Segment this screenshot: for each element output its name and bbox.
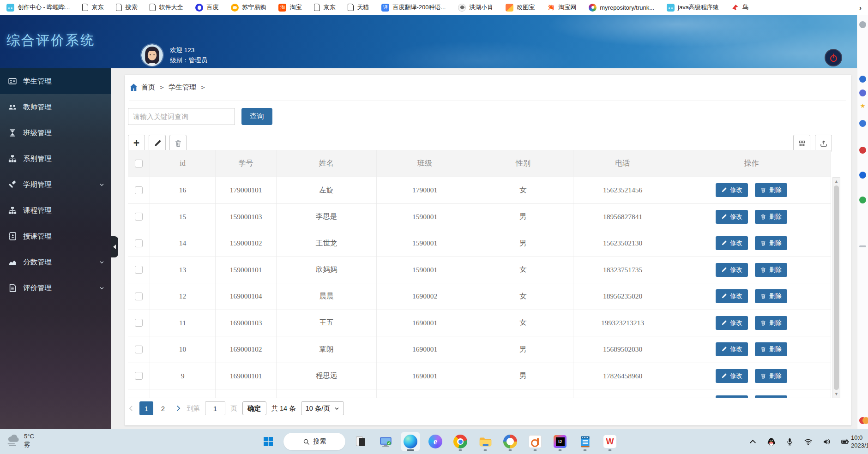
bookmark-item[interactable]: 鸟 xyxy=(731,3,748,12)
logout-power-button[interactable] xyxy=(825,49,842,66)
edit-row-button[interactable]: 修改 xyxy=(716,395,748,398)
bookmark-item[interactable]: 京东 xyxy=(314,3,335,12)
delete-row-button[interactable]: 删除 xyxy=(755,236,787,250)
page-button-1[interactable]: 1 xyxy=(139,401,153,415)
taskbar-chrome-icon[interactable] xyxy=(451,432,470,451)
taskbar-clock[interactable]: 10:0 2023/1/ xyxy=(851,434,868,449)
row-checkbox[interactable] xyxy=(135,319,143,327)
search-button[interactable]: 查询 xyxy=(241,108,272,125)
goto-page-input[interactable] xyxy=(205,401,225,415)
panel-green-icon[interactable] xyxy=(859,197,866,203)
per-page-select[interactable]: 10 条/页 xyxy=(301,401,344,415)
bookmark-item[interactable]: myrepository/trunk... xyxy=(589,4,654,12)
row-checkbox[interactable] xyxy=(135,293,143,300)
delete-row-button[interactable]: 删除 xyxy=(755,395,787,398)
scroll-up-button[interactable]: ▲ xyxy=(833,178,840,185)
breadcrumb-home[interactable]: 首页 xyxy=(141,83,155,92)
delete-row-button[interactable]: 删除 xyxy=(755,183,787,197)
page-button-2[interactable]: 2 xyxy=(156,401,170,415)
bookmark-item[interactable]: 天猫 xyxy=(348,3,369,12)
panel-red-icon[interactable] xyxy=(859,147,866,154)
sidebar-item-学生管理[interactable]: 学生管理 xyxy=(0,68,111,94)
row-checkbox[interactable] xyxy=(135,372,143,380)
edit-row-button[interactable]: 修改 xyxy=(716,316,748,330)
taskbar-app-orange-icon[interactable] xyxy=(525,432,545,451)
volume-icon[interactable] xyxy=(823,438,831,446)
panel-indigo-icon[interactable] xyxy=(859,90,866,96)
bookmark-item[interactable]: 京东 xyxy=(82,3,103,12)
delete-row-button[interactable]: 删除 xyxy=(755,369,787,383)
bookmark-item[interactable]: java高级程序猿 xyxy=(667,3,719,12)
sidebar-item-课程管理[interactable]: 课程管理 xyxy=(0,197,111,223)
taskbar-navicat-icon[interactable] xyxy=(500,432,520,451)
bookmark-item[interactable]: 苏宁易购 xyxy=(231,3,266,12)
row-checkbox[interactable] xyxy=(135,346,143,353)
edit-button[interactable] xyxy=(149,135,166,152)
sidebar-item-系别管理[interactable]: 系别管理 xyxy=(0,146,111,172)
taskbar-start-icon[interactable] xyxy=(259,432,278,451)
taskbar-notepad-icon[interactable] xyxy=(575,432,595,451)
bookmark-item[interactable]: 改图宝 xyxy=(506,3,535,12)
bookmark-item[interactable]: 百度翻译-200种语... xyxy=(381,3,446,12)
taskbar-search[interactable]: 搜索 xyxy=(283,432,345,451)
qq-icon[interactable] xyxy=(767,438,775,446)
export-button[interactable] xyxy=(815,135,832,152)
edit-row-button[interactable]: 修改 xyxy=(716,289,748,303)
bookmarks-overflow-chevron-icon[interactable]: › xyxy=(859,4,862,12)
scroll-down-button[interactable]: ▼ xyxy=(833,390,840,398)
taskbar-weather[interactable]: 5°C 雾 xyxy=(6,432,34,449)
row-checkbox[interactable] xyxy=(135,186,143,194)
mic-icon[interactable] xyxy=(786,438,794,446)
bookmark-item[interactable]: 洪湖小肖 xyxy=(458,3,493,12)
prev-page-icon[interactable] xyxy=(128,405,134,412)
edit-row-button[interactable]: 修改 xyxy=(716,342,748,356)
taskbar-browser-e-icon[interactable]: e xyxy=(426,432,445,451)
row-checkbox[interactable] xyxy=(135,213,143,221)
sidebar-item-分数管理[interactable]: 分数管理 xyxy=(0,249,111,275)
bookmark-item[interactable]: 软件大全 xyxy=(150,3,183,12)
panel-blue-2-icon[interactable] xyxy=(859,172,866,179)
row-checkbox[interactable] xyxy=(135,266,143,274)
panel-blue-1-icon[interactable] xyxy=(859,76,866,83)
confirm-button[interactable]: 确定 xyxy=(242,401,266,415)
sidebar-collapse-handle[interactable] xyxy=(111,236,118,257)
sidebar-item-教师管理[interactable]: 教师管理 xyxy=(0,94,111,120)
edit-row-button[interactable]: 修改 xyxy=(716,263,748,277)
taskbar-app-dark-icon[interactable] xyxy=(351,432,370,451)
row-checkbox[interactable] xyxy=(135,239,143,247)
taskbar-intellij-icon[interactable]: IJ xyxy=(550,432,570,451)
delete-row-button[interactable]: 删除 xyxy=(755,342,787,356)
taskbar-file-explorer-icon[interactable] xyxy=(476,432,495,451)
scrollbar-thumb[interactable] xyxy=(834,185,839,390)
wifi-icon[interactable] xyxy=(804,438,812,446)
column-layout-button[interactable] xyxy=(793,135,810,152)
add-button[interactable]: + xyxy=(128,135,145,152)
sidebar-item-班级管理[interactable]: 班级管理 xyxy=(0,120,111,146)
taskbar-edge-icon[interactable] xyxy=(401,432,420,451)
bookmark-item[interactable]: 淘宝网 xyxy=(547,3,576,12)
panel-star-icon[interactable]: ★ xyxy=(859,102,866,109)
panel-user-icon[interactable] xyxy=(859,120,866,127)
chevron-up-icon[interactable] xyxy=(749,438,757,446)
select-all-checkbox[interactable] xyxy=(135,160,143,167)
bookmark-item[interactable]: 淘宝 xyxy=(278,3,301,12)
edit-row-button[interactable]: 修改 xyxy=(716,210,748,224)
table-scrollbar[interactable]: ▲ ▼ xyxy=(832,177,840,398)
sidebar-item-授课管理[interactable]: 授课管理 xyxy=(0,223,111,249)
search-input[interactable] xyxy=(128,108,235,125)
panel-orange-bottom-icon[interactable] xyxy=(862,417,868,424)
bookmark-item[interactable]: 百度 xyxy=(195,3,218,12)
delete-row-button[interactable]: 删除 xyxy=(755,263,787,277)
taskbar-wps-icon[interactable]: W xyxy=(600,432,620,451)
delete-row-button[interactable]: 删除 xyxy=(755,289,787,303)
sidebar-item-评价管理[interactable]: 评价管理 xyxy=(0,275,111,301)
edit-row-button[interactable]: 修改 xyxy=(716,236,748,250)
bookmark-item[interactable]: 搜索 xyxy=(116,3,137,12)
next-page-icon[interactable] xyxy=(175,405,181,412)
taskbar-search-pill[interactable]: 搜索 xyxy=(283,433,345,450)
battery-icon[interactable] xyxy=(841,438,849,446)
delete-row-button[interactable]: 删除 xyxy=(755,210,787,224)
panel-dash-icon[interactable] xyxy=(859,245,866,247)
sidebar-item-学期管理[interactable]: 学期管理 xyxy=(0,172,111,197)
delete-button[interactable] xyxy=(169,135,187,152)
